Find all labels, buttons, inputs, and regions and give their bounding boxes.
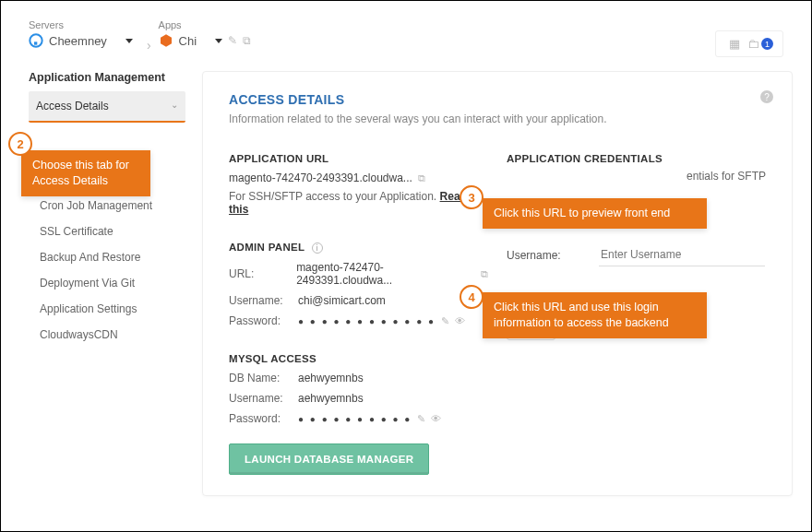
admin-user-key: Username: [229, 294, 298, 307]
admin-pass-value: ● ● ● ● ● ● ● ● ● ● ● ● [298, 316, 436, 326]
creds-heading: APPLICATION CREDENTIALS [507, 153, 766, 164]
callout-2: Choose this tab for Access Details [21, 150, 150, 196]
sidebar-item-label: Access Details [36, 100, 109, 112]
grid-icon[interactable]: ▦ [729, 37, 740, 51]
mysql-pass-key: Password: [229, 412, 298, 425]
svg-rect-1 [34, 41, 37, 44]
content-panel: ? ACCESS DETAILS Information related to … [202, 71, 793, 496]
section-mysql: MYSQL ACCESS DB Name: aehwyemnbs Usernam… [229, 353, 488, 475]
chevron-down-icon [125, 39, 133, 43]
edit-icon[interactable]: ✎ [417, 413, 425, 425]
callout-3: Click this URL to preview front end [483, 198, 707, 229]
eye-icon[interactable]: 👁 [431, 413, 441, 424]
admin-url-key: URL: [229, 267, 296, 280]
view-toggle: ▦ 🗀 1 [715, 30, 783, 57]
app-dropdown[interactable]: Chi ✎ ⧉ [159, 33, 252, 48]
mysql-heading: MYSQL ACCESS [229, 353, 488, 364]
help-icon[interactable]: ? [760, 90, 773, 103]
admin-pass-key: Password: [229, 314, 298, 327]
admin-url-link[interactable]: magento-742470-2493391.cloudwa... [296, 261, 475, 287]
mysql-db-value: aehwyemnbs [298, 372, 364, 384]
server-name: Cheemney [49, 34, 107, 48]
servers-label: Servers [29, 19, 133, 30]
sidebar: Application Management Access Details ⌄ … [29, 71, 185, 496]
mysql-user-value: aehwyemnbs [298, 392, 364, 405]
open-external-icon[interactable]: ⧉ [481, 268, 488, 280]
app-name: Chi [179, 34, 197, 48]
mysql-pass-value: ● ● ● ● ● ● ● ● ● ● [298, 414, 412, 424]
mysql-user-key: Username: [229, 392, 298, 405]
breadcrumb-separator: › [147, 38, 151, 53]
left-column: APPLICATION URL magento-742470-2493391.c… [229, 153, 488, 475]
digitalocean-icon [29, 33, 43, 48]
notification-badge[interactable]: 1 [761, 38, 773, 50]
server-dropdown[interactable]: Cheemney [29, 33, 133, 48]
sidebar-heading: Application Management [29, 71, 185, 84]
sidebar-item-cron[interactable]: Cron Job Management [29, 193, 185, 219]
open-external-icon[interactable]: ⧉ [243, 34, 251, 47]
edit-icon[interactable]: ✎ [228, 34, 237, 47]
sidebar-item-access-details[interactable]: Access Details ⌄ [29, 91, 185, 123]
server-crumb: Servers Cheemney [29, 19, 133, 48]
mysql-db-key: DB Name: [229, 372, 298, 384]
sidebar-item-ssl[interactable]: SSL Certificate [29, 219, 185, 244]
magento-icon [159, 33, 173, 48]
chevron-down-icon [215, 39, 222, 43]
sidebar-item-git[interactable]: Deployment Via Git [29, 270, 185, 296]
chevron-down-icon: ⌄ [171, 100, 178, 110]
admin-heading: ADMIN PANEL i [229, 242, 488, 254]
admin-user-value: chi@simicart.com [298, 294, 386, 307]
step-badge-3: 3 [460, 185, 484, 209]
username-input[interactable] [599, 243, 765, 266]
top-bar: Servers Cheemney › Apps Chi ✎ ⧉ ▦ 🗀 1 [1, 1, 811, 53]
app-url-link[interactable]: magento-742470-2493391.cloudwa... [229, 171, 412, 184]
callout-4: Click this URL and use this login inform… [483, 292, 707, 338]
ssh-hint: For SSH/SFTP access to your Application.… [229, 190, 488, 216]
edit-icon[interactable]: ✎ [441, 315, 449, 327]
open-external-icon[interactable]: ⧉ [418, 172, 425, 184]
app-url-heading: APPLICATION URL [229, 153, 488, 164]
eye-icon[interactable]: 👁 [455, 315, 465, 326]
sidebar-item-cdn[interactable]: CloudwaysCDN [29, 322, 185, 348]
app-frame: { "breadcrumbs": { "servers_label": "Ser… [0, 0, 812, 532]
svg-point-0 [30, 34, 42, 46]
creds-sub-suffix: entials for SFTP [507, 170, 766, 183]
panel-subtitle: Information related to the several ways … [229, 112, 766, 125]
folder-icon[interactable]: 🗀 [747, 37, 759, 51]
step-badge-2: 2 [8, 132, 32, 156]
info-icon[interactable]: i [312, 242, 323, 254]
sidebar-item-backup[interactable]: Backup And Restore [29, 244, 185, 270]
panel-title: ACCESS DETAILS [229, 92, 766, 107]
launch-db-button[interactable]: LAUNCH DATABASE MANAGER [229, 443, 429, 475]
apps-label: Apps [159, 19, 252, 30]
section-admin: ADMIN PANEL i URL: magento-742470-249339… [229, 242, 488, 327]
step-badge-4: 4 [460, 285, 484, 309]
cred-user-key: Username: [507, 249, 580, 262]
app-crumb: Apps Chi ✎ ⧉ [159, 19, 252, 48]
sidebar-item-settings[interactable]: Application Settings [29, 296, 185, 322]
section-app-url: APPLICATION URL magento-742470-2493391.c… [229, 153, 488, 216]
